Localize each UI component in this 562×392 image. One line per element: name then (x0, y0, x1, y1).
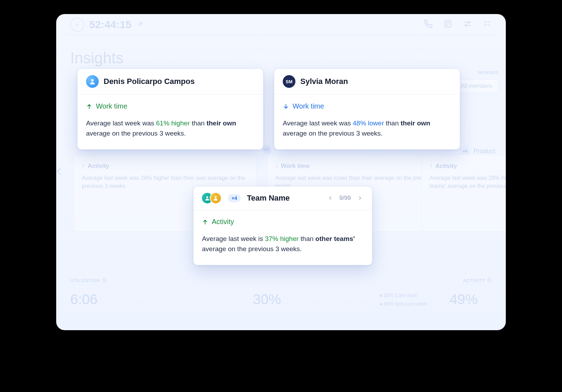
svg-point-3 (91, 79, 94, 81)
metric-label: Work time (96, 102, 128, 110)
bg-timer-area: 52:44:15 (70, 18, 144, 32)
highlight-value: 61% higher (156, 119, 190, 127)
phone-icon (424, 19, 433, 30)
carousel-prev-icon[interactable] (56, 165, 65, 179)
arrow-up-icon (86, 103, 92, 110)
bg-timer-value: 52:44:15 (89, 19, 131, 31)
bg-card-activity-2: ↑Activity Average last week was 28% high… (422, 155, 506, 232)
bg-card-heading: ↑Activity (82, 163, 248, 170)
person-name: Sylvia Moran (300, 77, 348, 86)
bg-toolbar-icons (424, 19, 492, 30)
external-link-icon (136, 19, 144, 31)
insight-description: Average last week was 61% higher than th… (86, 118, 255, 139)
metric-label: Work time (293, 102, 324, 110)
svg-point-1 (468, 21, 470, 23)
bg-bottom-stats: UTILIZATIONⓘ ACTIVITYⓘ 6:06 30% ● 30% Co… (70, 277, 492, 320)
info-icon: ⓘ (102, 277, 107, 283)
pager: 9/99 (326, 194, 364, 202)
utilization-percent: 30% (253, 292, 281, 307)
bg-card-heading: ↓Work time (275, 163, 442, 170)
avatar-initials: SM (283, 75, 295, 88)
arrow-up-icon: ↑ (430, 163, 433, 170)
arrow-down-icon (283, 103, 289, 110)
activity-label: ACTIVITYⓘ (463, 277, 492, 283)
metric-work-time-down: Work time (283, 102, 451, 110)
activity-value: 49% (450, 292, 478, 307)
arrow-down-icon: ↓ (275, 163, 278, 170)
notes-icon (443, 19, 452, 30)
pager-prev-button[interactable] (326, 194, 334, 202)
metric-activity-up: Activity (202, 218, 364, 226)
arrow-up-icon: ↑ (82, 163, 85, 170)
member-filter-label: MEMBER (478, 70, 499, 75)
svg-point-2 (465, 25, 467, 26)
member-filter-dropdown[interactable]: All members (454, 79, 499, 93)
team-name: Team Name (247, 194, 290, 203)
insight-card-sylvia[interactable]: SM Sylvia Moran Work time Average last w… (274, 68, 460, 150)
tasks-icon (483, 19, 492, 30)
avatar (210, 192, 222, 204)
play-icon (70, 18, 84, 32)
highlight-value: 48% lower (353, 119, 384, 127)
insight-card-team[interactable]: +4 Team Name 9/99 Activity Average last … (193, 186, 372, 265)
card-header: Denis Policarpo Campos (78, 69, 263, 94)
avatar-stack (201, 192, 222, 204)
insights-dashboard: 52:44:15 Insights MEMBER All members +4 … (56, 14, 506, 330)
background-layer: 52:44:15 Insights MEMBER All members +4 … (56, 14, 506, 330)
sliders-icon (463, 19, 472, 30)
svg-point-4 (206, 196, 208, 198)
bg-card-heading: ↑Activity (430, 163, 506, 170)
svg-point-5 (215, 196, 216, 198)
legend-core: ● 30% Core work (379, 292, 427, 300)
utilization-label: UTILIZATIONⓘ (70, 277, 107, 283)
card-header: SM Sylvia Moran (274, 69, 460, 94)
chevron-right-icon (357, 195, 363, 201)
utilization-value: 6:06 (70, 292, 98, 307)
metric-label: Activity (212, 218, 234, 226)
metric-work-time-up: Work time (86, 102, 255, 110)
team-card-header: +4 Team Name 9/99 (194, 187, 372, 210)
card-body: Work time Average last week was 61% high… (78, 94, 263, 149)
card-body: Activity Average last week is 37% higher… (194, 210, 372, 265)
insight-description: Average last week was 48% lower than the… (283, 118, 451, 139)
arrow-up-icon (202, 219, 208, 225)
pager-position: 9/99 (339, 195, 351, 202)
person-name: Denis Policarpo Campos (104, 77, 195, 86)
insight-description: Average last week is 37% higher than oth… (202, 234, 364, 254)
card-body: Work time Average last week was 48% lowe… (274, 94, 460, 149)
chevron-left-icon (327, 195, 333, 201)
more-count-badge: +4 (228, 194, 241, 202)
bg-topbar: 52:44:15 (67, 14, 495, 35)
avatar (86, 75, 99, 88)
utilization-legend: ● 30% Core work ● 60% Non-core work (379, 292, 427, 308)
legend-noncore: ● 60% Non-core work (379, 300, 427, 308)
pager-next-button[interactable] (356, 194, 364, 202)
bg-card-body: Average last week was 28% higher than ot… (430, 174, 506, 190)
insight-card-denis[interactable]: Denis Policarpo Campos Work time Average… (77, 68, 263, 150)
bg-product-text: Product (473, 148, 495, 155)
highlight-value: 37% higher (265, 235, 299, 242)
page-title: Insights (70, 49, 124, 67)
info-icon: ⓘ (487, 277, 492, 283)
